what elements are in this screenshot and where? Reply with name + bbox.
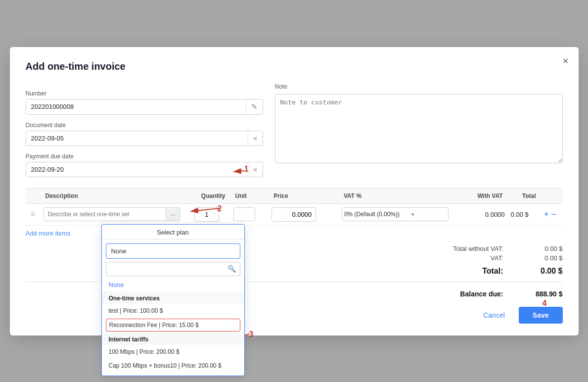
document-date-wrap: × [26, 131, 263, 146]
vat-select[interactable]: 0% (Default (0.00%)) [342, 208, 411, 221]
total-value: 0.00 $ [511, 211, 529, 218]
description-dots-button[interactable]: ··· [166, 208, 180, 221]
col-price: Price [269, 188, 339, 203]
select-plan-dropdown: Select plan None 🔍 None One-time service… [101, 224, 245, 376]
unit-input[interactable] [233, 207, 255, 221]
col-vat: VAT % [339, 188, 452, 203]
number-field-wrap: ✎ [26, 99, 263, 115]
with-vat-value: 0.0000 [454, 211, 505, 218]
balance-due-label: Balance due: [439, 290, 503, 298]
description-input-wrap: ··· [44, 207, 181, 221]
add-row-button[interactable]: + [544, 209, 549, 220]
document-date-input[interactable] [26, 131, 248, 145]
grand-total-label: Total: [439, 267, 503, 276]
dropdown-title: Select plan [102, 225, 244, 239]
number-edit-icon[interactable]: ✎ [246, 99, 263, 114]
note-textarea[interactable] [275, 94, 563, 163]
col-total: Total [508, 188, 541, 203]
modal-title: Add one-time invoice [26, 61, 563, 72]
payment-due-date-input[interactable] [26, 162, 248, 177]
quantity-input[interactable] [194, 207, 219, 222]
document-date-label: Document date [26, 122, 263, 129]
grand-total-value: 0.00 $ [523, 267, 563, 276]
number-label: Number [26, 90, 263, 97]
document-date-clear-icon[interactable]: × [248, 131, 263, 145]
items-table: Description Quantity Unit Price VAT % Wi… [26, 188, 563, 226]
total-row: Total: 0.00 $ [439, 267, 563, 276]
total-without-vat-label: Total without VAT: [439, 245, 503, 252]
payment-due-date-wrap: × [26, 162, 263, 177]
dropdown-selected-value[interactable]: None [106, 243, 240, 259]
dropdown-search-input[interactable] [110, 264, 227, 274]
note-label: Note [275, 83, 563, 90]
search-icon: 🔍 [227, 265, 236, 273]
annotation-3: 3 [249, 330, 254, 339]
dropdown-item-cap100[interactable]: Cap 100 Mbps + bonus10 | Price: 200.00 $ [102, 359, 244, 373]
section-header-one-time: One-time services [102, 291, 244, 304]
remove-row-button[interactable]: − [551, 209, 556, 220]
col-unit: Unit [230, 188, 269, 203]
dropdown-none-item[interactable]: None [102, 278, 244, 291]
dropdown-list: None One-time services test | Price: 100… [102, 278, 244, 376]
price-input[interactable] [271, 207, 316, 222]
vat-select-wrap: 0% (Default (0.00%)) ▾ [342, 207, 449, 221]
drag-handle-icon[interactable]: ≡ [29, 210, 37, 218]
cancel-button[interactable]: Cancel [474, 307, 514, 324]
dropdown-search-wrap: 🔍 [106, 262, 240, 276]
total-without-vat-row: Total without VAT: 0.00 $ [439, 245, 563, 252]
col-quantity: Quantity [183, 188, 230, 203]
close-button[interactable]: × [563, 56, 569, 66]
vat-value: 0.00 $ [523, 254, 563, 262]
dropdown-item-100mbps[interactable]: 100 Mbps | Price: 200.00 $ [102, 345, 244, 359]
table-row: ≡ ··· [26, 203, 563, 225]
dropdown-item-reconnection[interactable]: Reconnection Fee | Price: 15.00 $ [106, 319, 240, 332]
total-without-vat-value: 0.00 $ [523, 245, 563, 252]
balance-due-value: 888.90 $ [523, 290, 563, 298]
add-remove-buttons: + − [544, 209, 560, 220]
payment-due-date-clear-icon[interactable]: × [248, 162, 263, 177]
section-header-internet: Internet tariffs [102, 333, 244, 345]
vat-label: VAT: [439, 254, 503, 262]
col-description: Description [41, 188, 183, 203]
dropdown-item-test[interactable]: test | Price: 100.00 $ [102, 304, 244, 318]
balance-due-row: Balance due: 888.90 $ [439, 290, 563, 298]
vat-row: VAT: 0.00 $ [439, 254, 563, 262]
col-with-vat: With VAT [452, 188, 508, 203]
save-button[interactable]: Save [519, 307, 563, 324]
vat-chevron-icon: ▾ [411, 211, 414, 218]
number-input[interactable] [26, 99, 246, 114]
description-input[interactable] [44, 208, 166, 221]
add-more-items-link[interactable]: Add more items [26, 230, 71, 237]
payment-due-date-label: Payment due date [26, 153, 263, 160]
